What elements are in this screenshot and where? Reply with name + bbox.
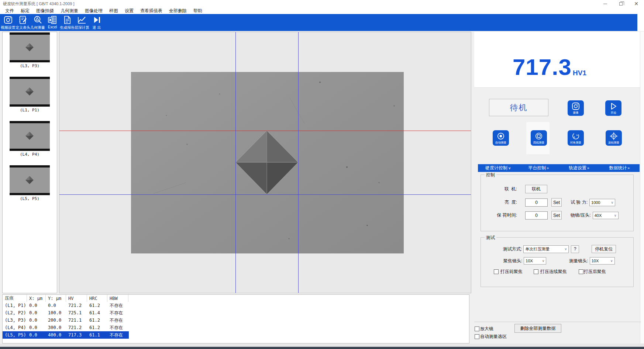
thumbnail-label: (L1, P1): [20, 108, 39, 113]
generate-report-button[interactable]: 生成报告: [60, 15, 75, 30]
chevron-right-icon: »: [627, 166, 630, 170]
tab-stage-control[interactable]: 平台控制»: [519, 165, 559, 171]
chevron-right-icon: »: [547, 166, 549, 170]
thumbnail-label: (L5, P5): [20, 196, 39, 201]
magnifier-label: 放大镜: [480, 326, 493, 332]
table-row[interactable]: (L2, P2) 0.0 100.0 725.1 61.4 不存在: [3, 309, 129, 317]
auto-measure-area-label: 自动测量选区: [480, 334, 507, 340]
exit-button[interactable]: 退 出: [89, 15, 104, 30]
depth-chart-icon: [77, 15, 87, 25]
dwell-set-button[interactable]: Set: [551, 211, 562, 220]
thumbnail-item[interactable]: (L1, P1): [3, 77, 57, 121]
roller-measure-button[interactable]: 滚轮测量: [606, 130, 622, 146]
define-header-icon: [18, 15, 28, 25]
help-button[interactable]: ?: [571, 245, 579, 253]
menu-image-processing[interactable]: 图像处理: [82, 7, 106, 14]
objective-indenter-select[interactable]: 40X∨: [593, 212, 619, 219]
menu-delete-all[interactable]: 全部删除: [166, 7, 190, 14]
focus-before-checkbox[interactable]: [494, 269, 499, 274]
exit-icon: [92, 15, 101, 25]
tab-hardness-control[interactable]: 硬度计控制∨: [478, 165, 519, 171]
test-mode-label: 测试方式:: [503, 246, 522, 252]
test-force-label: 试 验 力:: [571, 199, 588, 205]
auto-measure-area-checkbox[interactable]: [475, 334, 479, 339]
connect-button[interactable]: 联机: [525, 185, 547, 193]
focus-continuous-checkbox[interactable]: [534, 269, 538, 274]
menu-settings[interactable]: 设置: [121, 7, 137, 14]
magnifier-checkbox[interactable]: [475, 326, 479, 331]
target-icon: [496, 132, 505, 141]
diagonal-measure-button[interactable]: 对角测量: [568, 130, 584, 146]
right-margin-strip: [640, 32, 644, 346]
menu-geometry-measure[interactable]: 几何测量: [57, 7, 82, 14]
restore-icon: [619, 2, 623, 6]
report-icon: [62, 15, 72, 25]
table-row[interactable]: (L1, P1) 0.0 0.0 721.2 61.2 不存在: [3, 302, 129, 309]
measure-lens-select[interactable]: 10X∨: [590, 257, 615, 265]
thumbnail-label: (L3, P3): [20, 63, 39, 68]
test-force-select[interactable]: 1000∨: [589, 199, 615, 206]
table-row[interactable]: (L5, P5) 0.0 400.0 717.3 61.1 不存在: [3, 331, 129, 339]
video-viewport[interactable]: [59, 32, 471, 293]
table-row[interactable]: (L4, P4) 0.0 300.0 721.2 61.2 不存在: [3, 324, 129, 331]
crosshair-blue-horizontal-line[interactable]: [59, 194, 471, 195]
restore-button[interactable]: [613, 0, 628, 7]
thumbnail-label: (L4, P4): [20, 152, 39, 157]
focus-after-checkbox[interactable]: [579, 269, 583, 274]
thumbnail-item[interactable]: (L3, P3): [3, 32, 57, 77]
menu-sample-image[interactable]: 样图: [106, 7, 121, 14]
video-settings-button[interactable]: 视频设置: [1, 15, 16, 30]
delete-all-data-button[interactable]: 删除全部测量数据: [514, 324, 561, 333]
indent-thumbnail-image: [10, 121, 50, 151]
tab-trajectory-settings[interactable]: 轨迹设置»: [559, 165, 599, 171]
crosshair-blue-vertical-line-right[interactable]: [298, 32, 299, 293]
auto-measure-button[interactable]: 自动测量: [493, 130, 509, 146]
geometry-measure-button[interactable]: 几何测量: [30, 15, 45, 30]
col-hrc: HRC: [87, 295, 107, 302]
crosshair-red-horizontal-line[interactable]: [59, 131, 471, 131]
online-label: 联 机:: [495, 186, 517, 192]
control-groupbox: 控制 联 机: 联机 亮 度: Set 试 验 力: 1000∨ 保 荷时间: …: [481, 174, 634, 231]
right-panel: 717.3 HV1 待机 摄像 开始 自动测量: [473, 32, 644, 346]
minimize-icon: [603, 4, 607, 4]
brightness-label: 亮 度:: [495, 199, 517, 205]
stop-reset-button[interactable]: 停机复位: [592, 245, 616, 253]
crosshair-blue-vertical-line-left[interactable]: [235, 32, 236, 293]
frame-circle-icon: [534, 132, 543, 141]
depth-calc-button[interactable]: 层深计算: [75, 15, 89, 30]
four-line-measure-button[interactable]: 四线测量: [531, 130, 547, 146]
indent-thumbnail-image: [10, 77, 50, 107]
menu-interpolation-table[interactable]: 查看插值表: [137, 7, 166, 14]
titlebar: 硬度软件测量系统 [ GB/T 4340.1-2009 ] ✕: [0, 0, 644, 7]
focus-lens-select[interactable]: 10X∨: [524, 257, 546, 265]
define-header-button[interactable]: 定义表头: [16, 15, 30, 30]
test-mode-select[interactable]: 单次打压测量∨: [523, 245, 569, 253]
microscope-image: [131, 72, 404, 253]
focus-lens-label: 聚焦镜头:: [503, 258, 522, 264]
results-table-header: 压痕 X: μm Y: μm HV HRC HBW: [3, 295, 129, 302]
close-button[interactable]: ✕: [628, 0, 644, 7]
thumbnail-item[interactable]: (L5, P5): [3, 165, 57, 210]
menu-image-capture[interactable]: 图像拍摄: [33, 7, 57, 14]
dwell-time-input[interactable]: [525, 211, 548, 220]
table-row[interactable]: (L3, P3) 0.0 200.0 721.1 61.2 不存在: [3, 317, 129, 324]
start-button[interactable]: 开始: [605, 100, 621, 116]
excel-icon: [48, 15, 57, 25]
statusbar: [0, 347, 644, 349]
camera-icon: [571, 102, 580, 111]
thumbnail-item[interactable]: (L4, P4): [3, 121, 57, 165]
brightness-input[interactable]: [525, 198, 548, 207]
app-window: 硬度软件测量系统 [ GB/T 4340.1-2009 ] ✕ 文件 标定 图像…: [0, 0, 644, 349]
capture-button[interactable]: 摄像: [568, 100, 584, 116]
test-groupbox: 测试 测试方式: 单次打压测量∨ ? 停机复位 聚焦镜头: 10X∨ 测量镜头:…: [481, 237, 634, 287]
tab-data-statistics[interactable]: 数据统计»: [599, 165, 640, 171]
excel-export-button[interactable]: Excel: [45, 15, 60, 29]
brightness-set-button[interactable]: Set: [551, 198, 562, 207]
menu-help[interactable]: 帮助: [190, 7, 206, 14]
focus-continuous-label: 打压连续聚焦: [540, 269, 567, 275]
chevron-down-icon: ∨: [611, 201, 613, 204]
menu-file[interactable]: 文件: [2, 7, 17, 14]
indent-thumbnail-list: (L3, P3) (L1, P1) (L4, P4) (L5, P5): [2, 32, 57, 293]
minimize-button[interactable]: [597, 0, 613, 7]
menu-calibration[interactable]: 标定: [17, 7, 33, 14]
